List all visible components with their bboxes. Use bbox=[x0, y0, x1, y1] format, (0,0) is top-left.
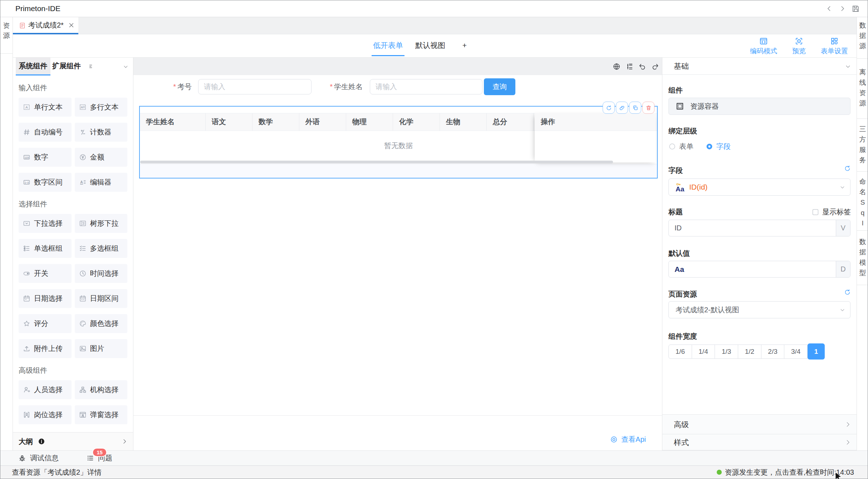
view-tab-2[interactable]: + bbox=[459, 34, 470, 57]
component-color[interactable]: 颜色选择 bbox=[75, 314, 128, 333]
component-select[interactable]: 下拉选择 bbox=[19, 214, 72, 233]
rail-item-3[interactable]: 命名Sql bbox=[857, 176, 868, 228]
action-code-mode[interactable]: 编码模式 bbox=[750, 37, 777, 56]
page-resource-select[interactable]: 考试成绩2-默认视图 bbox=[668, 301, 850, 318]
close-icon[interactable] bbox=[68, 22, 74, 28]
component-counter[interactable]: 计数器 bbox=[75, 123, 128, 142]
image-icon bbox=[79, 345, 87, 352]
field-select[interactable]: Aa ID(id) bbox=[668, 179, 850, 196]
component-panel-tabs: 系统组件 扩展组件 bbox=[13, 58, 133, 75]
status-resource-link[interactable]: 查看资源「考试成绩2」详情 bbox=[12, 466, 102, 479]
component-money[interactable]: 金额 bbox=[75, 148, 128, 167]
default-value-input[interactable]: Aa D bbox=[668, 261, 850, 278]
query-button[interactable]: 查询 bbox=[484, 78, 515, 95]
component-editor[interactable]: A编辑器 bbox=[75, 173, 128, 192]
show-label-checkbox[interactable]: 显示标签 bbox=[812, 207, 851, 217]
component-date[interactable]: 日期选择 bbox=[19, 289, 72, 308]
save-icon[interactable] bbox=[852, 5, 860, 13]
field-label-exam-no: *考号 bbox=[133, 78, 192, 95]
column-header: 数学 bbox=[252, 113, 299, 131]
component-org[interactable]: 机构选择 bbox=[75, 380, 128, 399]
default-suffix-button[interactable]: D bbox=[836, 261, 850, 277]
tab-extension-components[interactable]: 扩展组件 bbox=[52, 58, 81, 74]
component-checkbox-group[interactable]: 多选框组 bbox=[75, 239, 128, 258]
width-option-3/4[interactable]: 3/4 bbox=[784, 344, 808, 359]
component-tree-select[interactable]: 树形下拉 bbox=[75, 214, 128, 233]
status-bar: 查看资源「考试成绩2」详情 资源发生变更，点击查看,检查时间:14:03 bbox=[0, 465, 868, 479]
nav-forward-icon[interactable] bbox=[839, 5, 846, 12]
sync-button[interactable] bbox=[603, 102, 615, 114]
result-table[interactable]: 学生姓名语文数学外语物理化学生物总分 暂无数据 操作 bbox=[139, 106, 658, 179]
scrollbar-thumb[interactable] bbox=[140, 161, 613, 163]
list-settings-icon[interactable] bbox=[89, 64, 94, 69]
title-input[interactable]: ID V bbox=[668, 220, 850, 236]
action-preview[interactable]: 预览 bbox=[792, 37, 806, 56]
width-option-1/2[interactable]: 1/2 bbox=[738, 344, 761, 359]
tab-system-components[interactable]: 系统组件 bbox=[16, 58, 50, 74]
component-rating[interactable]: 评分 bbox=[19, 314, 72, 333]
action-form-settings[interactable]: 表单设置 bbox=[821, 37, 848, 56]
exam-no-input[interactable]: 请输入 bbox=[198, 79, 312, 94]
undo-icon[interactable] bbox=[638, 63, 646, 70]
counter-icon bbox=[79, 128, 87, 136]
radio-0[interactable]: 表单 bbox=[668, 142, 693, 151]
upload-icon bbox=[23, 345, 30, 352]
status-change-notice[interactable]: 资源发生变更，点击查看,检查时间:14:03 bbox=[717, 466, 854, 479]
horizontal-scrollbar[interactable] bbox=[140, 160, 657, 164]
redo-icon[interactable] bbox=[651, 63, 659, 70]
refresh-page-resource-icon[interactable] bbox=[844, 289, 851, 295]
outline-label: 大纲 bbox=[19, 437, 33, 446]
props-section-advanced[interactable]: 高级 bbox=[662, 414, 857, 434]
component-upload[interactable]: 附件上传 bbox=[19, 339, 72, 358]
component-text-single[interactable]: A单行文本 bbox=[19, 98, 72, 117]
rail-item-4[interactable]: 数据模型 bbox=[857, 236, 868, 278]
view-tab-0[interactable]: 低开表单 bbox=[372, 34, 404, 57]
width-option-1/4[interactable]: 1/4 bbox=[692, 344, 715, 359]
i18n-icon[interactable] bbox=[613, 63, 621, 70]
view-api-link[interactable]: 查看Api bbox=[610, 435, 646, 444]
refresh-field-icon[interactable] bbox=[844, 165, 851, 172]
debug-info-item[interactable]: 调试信息 bbox=[18, 453, 59, 463]
outline-bar[interactable]: 大纲 bbox=[13, 432, 133, 450]
rail-item-resources[interactable]: 资源 bbox=[0, 17, 13, 41]
component-image[interactable]: 图片 bbox=[75, 339, 128, 358]
collapse-panel-icon[interactable] bbox=[123, 64, 128, 69]
document-tab[interactable]: 考试成绩2* bbox=[13, 17, 78, 34]
component-text-multi[interactable]: A多行文本 bbox=[75, 98, 128, 117]
debug-bar: 调试信息 问题 15 bbox=[0, 450, 868, 465]
component-post[interactable]: 岗位选择 bbox=[19, 405, 72, 424]
component-number-range[interactable]: 1~3数字区间 bbox=[19, 173, 72, 192]
component-date-range[interactable]: 日期区间 bbox=[75, 289, 128, 308]
view-tab-1[interactable]: 默认视图 bbox=[413, 34, 447, 57]
component-number[interactable]: 123数字 bbox=[19, 148, 72, 167]
link-button[interactable] bbox=[616, 102, 628, 114]
field-label-student-name: *学生姓名 bbox=[319, 78, 363, 95]
component-person[interactable]: 人员选择 bbox=[19, 380, 72, 399]
component-radio-group[interactable]: 单选框组 bbox=[19, 239, 72, 258]
delete-button[interactable] bbox=[642, 102, 654, 114]
width-option-1[interactable]: 1 bbox=[808, 343, 825, 360]
rail-item-2[interactable]: 三方服务 bbox=[857, 124, 868, 165]
student-name-input[interactable]: 请输入 bbox=[370, 79, 482, 94]
radio-1[interactable]: 字段 bbox=[706, 142, 731, 151]
component-switch[interactable]: 开关 bbox=[19, 264, 72, 283]
number-icon: 123 bbox=[23, 153, 30, 161]
component-popup[interactable]: 弹窗选择 bbox=[75, 405, 128, 424]
nav-back-icon[interactable] bbox=[826, 5, 833, 12]
section-title: 输入组件 bbox=[19, 83, 127, 93]
rail-item-0[interactable]: 数据源 bbox=[857, 20, 868, 51]
width-option-1/3[interactable]: 1/3 bbox=[715, 344, 738, 359]
title-suffix-button[interactable]: V bbox=[836, 220, 850, 236]
props-section-style[interactable]: 样式 bbox=[662, 434, 857, 450]
width-option-2/3[interactable]: 2/3 bbox=[761, 344, 785, 359]
rail-item-1[interactable]: 离线资源 bbox=[857, 67, 868, 108]
chevron-right-icon[interactable] bbox=[122, 439, 127, 444]
copy-button[interactable] bbox=[629, 102, 641, 114]
outline-tree-icon[interactable] bbox=[626, 63, 633, 70]
component-time[interactable]: 时间选择 bbox=[75, 264, 128, 283]
props-section-basic[interactable]: 基础 bbox=[662, 58, 857, 75]
selection-actions bbox=[603, 102, 654, 114]
width-option-1/6[interactable]: 1/6 bbox=[668, 344, 692, 359]
component-auto-number[interactable]: 自动编号 bbox=[19, 123, 72, 142]
field-label: 字段 bbox=[668, 166, 683, 175]
